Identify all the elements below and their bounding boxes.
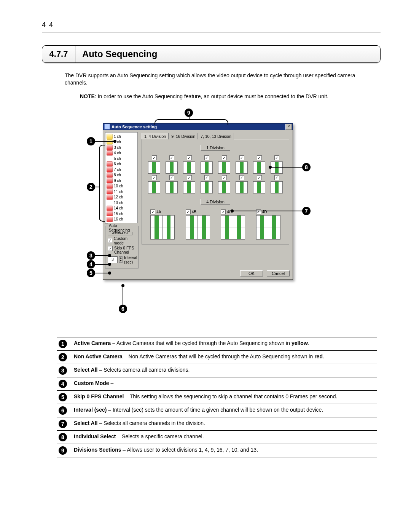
- callout-9: 9: [185, 109, 193, 117]
- channel-row[interactable]: 12 ch: [107, 194, 136, 200]
- four-division-grid: 4A4B4C4D: [147, 209, 284, 240]
- slot-thumbnail[interactable]: [253, 181, 265, 193]
- one-division-row-1: [148, 155, 283, 174]
- slot-thumbnail[interactable]: [166, 181, 178, 193]
- slot-thumbnail[interactable]: [201, 181, 213, 193]
- slot-checkbox[interactable]: [222, 175, 227, 180]
- interval-spinner[interactable]: ▲▼: [119, 256, 123, 263]
- channel-row[interactable]: 2 ch: [107, 139, 136, 145]
- channel-row[interactable]: 5 ch: [107, 156, 136, 161]
- skip0fps-checkbox[interactable]: [108, 246, 113, 251]
- lead-1-dot: [113, 140, 116, 143]
- channel-label: 5 ch: [114, 157, 121, 161]
- callout-5: 5: [87, 269, 95, 277]
- legend-number-icon: 9: [59, 446, 67, 455]
- slot-checkbox[interactable]: [152, 155, 157, 160]
- interval-label: Interval (sec): [124, 255, 137, 264]
- callout-4: 4: [87, 260, 95, 268]
- slot-checkbox[interactable]: [239, 155, 244, 160]
- division-tab[interactable]: 1, 4 Division: [142, 133, 169, 139]
- slot-thumbnail[interactable]: [201, 161, 213, 174]
- division-tab[interactable]: 9, 16 Division: [169, 133, 198, 139]
- four-division-checkbox[interactable]: [150, 209, 155, 214]
- four-division-checkbox[interactable]: [256, 209, 261, 214]
- slot-checkbox[interactable]: [239, 175, 244, 180]
- channel-row[interactable]: 16 ch: [107, 216, 136, 222]
- channel-slot: [201, 175, 213, 193]
- slot-checkbox[interactable]: [274, 175, 279, 180]
- section-intro: The DVR supports an Auto Sequencing sett…: [65, 72, 377, 86]
- slot-checkbox[interactable]: [187, 155, 192, 160]
- four-division-quad[interactable]: [150, 215, 175, 240]
- four-division-checkbox[interactable]: [221, 209, 226, 214]
- four-division-column: 4D: [256, 209, 280, 240]
- slot-checkbox[interactable]: [257, 155, 262, 160]
- four-division-quad[interactable]: [221, 215, 245, 240]
- channel-row[interactable]: 3 ch: [107, 145, 136, 150]
- channel-row[interactable]: 7 ch: [107, 167, 136, 173]
- slot-thumbnail[interactable]: [166, 161, 178, 174]
- four-division-quad[interactable]: [256, 215, 280, 240]
- slot-checkbox[interactable]: [257, 175, 262, 180]
- top-rule: [42, 32, 381, 32]
- slot-thumbnail[interactable]: [148, 161, 160, 174]
- channel-slot: [253, 155, 265, 174]
- channel-slot: [148, 155, 160, 174]
- legend-text: Skip 0 FPS Channel – This setting allows…: [74, 393, 377, 400]
- channel-label: 1 ch: [114, 134, 121, 139]
- slot-checkbox[interactable]: [204, 155, 209, 160]
- slot-checkbox[interactable]: [204, 175, 209, 180]
- channel-row[interactable]: 1 ch: [107, 134, 136, 139]
- slot-thumbnail[interactable]: [148, 181, 160, 193]
- lead-1: [95, 141, 115, 142]
- slot-checkbox[interactable]: [187, 175, 192, 180]
- cancel-button[interactable]: Cancel: [267, 270, 290, 276]
- division-tab[interactable]: 7, 10, 13 Division: [198, 133, 234, 139]
- slot-thumbnail[interactable]: [236, 181, 248, 193]
- app-icon: [104, 124, 110, 129]
- channel-row[interactable]: 4 ch: [107, 150, 136, 156]
- custom-mode-checkbox[interactable]: [108, 238, 112, 243]
- tab-body: 1 Division 4 Division 4A4B4C4D: [142, 139, 289, 244]
- auto-sequencing-group: Auto Sequencing Select All Custom mode S…: [105, 226, 139, 268]
- callout-2: 2: [87, 183, 95, 191]
- camera-icon: [107, 139, 113, 145]
- channel-row[interactable]: 9 ch: [107, 178, 136, 184]
- channel-row[interactable]: 15 ch: [107, 211, 136, 217]
- four-division-checkbox[interactable]: [186, 209, 191, 214]
- slot-thumbnail[interactable]: [253, 161, 265, 174]
- slot-thumbnail[interactable]: [218, 161, 230, 174]
- slot-checkbox[interactable]: [152, 175, 157, 180]
- slot-checkbox[interactable]: [169, 175, 174, 180]
- four-division-quad[interactable]: [186, 215, 210, 240]
- slot-thumbnail[interactable]: [183, 181, 195, 193]
- channel-row[interactable]: 6 ch: [107, 161, 136, 167]
- tabstrip: 1, 4 Division9, 16 Division7, 10, 13 Div…: [142, 133, 289, 139]
- slot-thumbnail[interactable]: [236, 161, 248, 174]
- slot-thumbnail[interactable]: [218, 181, 230, 193]
- four-division-button[interactable]: 4 Division: [201, 199, 230, 205]
- channel-slot: [183, 155, 195, 174]
- slot-checkbox[interactable]: [274, 155, 279, 160]
- camera-icon: [107, 150, 113, 156]
- callout-8: 8: [302, 163, 311, 171]
- channel-slot: [271, 155, 283, 174]
- slot-thumbnail[interactable]: [183, 161, 195, 174]
- slot-checkbox[interactable]: [169, 155, 174, 160]
- slot-checkbox[interactable]: [222, 155, 227, 160]
- channel-row[interactable]: 10 ch: [107, 183, 136, 189]
- ok-button[interactable]: OK: [240, 270, 263, 276]
- channel-row[interactable]: 11 ch: [107, 189, 136, 195]
- channel-row[interactable]: 8 ch: [107, 172, 136, 178]
- legend-text: Select All – Selects all camera channels…: [74, 420, 377, 427]
- slot-thumbnail[interactable]: [271, 161, 283, 174]
- close-button[interactable]: ×: [285, 124, 292, 130]
- legend-item: 8Individual Select – Selects a specific …: [57, 430, 377, 444]
- slot-thumbnail[interactable]: [271, 181, 283, 193]
- callout-1: 1: [87, 137, 95, 145]
- channel-row[interactable]: 14 ch: [107, 205, 136, 211]
- one-division-button[interactable]: 1 Division: [201, 145, 230, 151]
- channel-slot: [166, 155, 178, 174]
- channel-row[interactable]: 13 ch: [107, 200, 136, 206]
- interval-input[interactable]: [108, 256, 118, 263]
